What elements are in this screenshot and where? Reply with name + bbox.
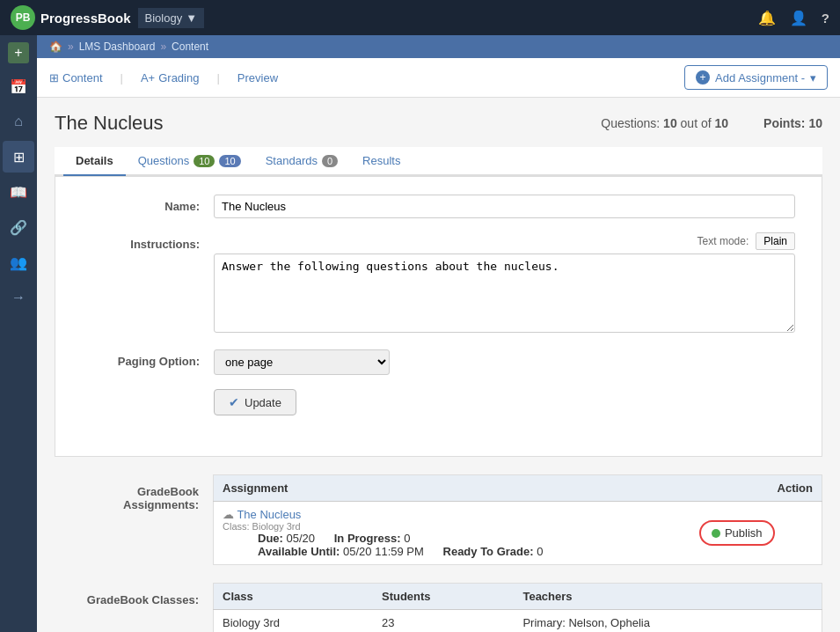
nav-left: PB ProgressBook Biology ▼ <box>11 5 204 30</box>
name-row: Name: <box>82 195 795 218</box>
tab-content[interactable]: ⊞ Content <box>49 68 103 88</box>
help-icon[interactable]: ? <box>822 11 829 26</box>
update-label-spacer <box>82 389 214 394</box>
in-progress-value: 0 <box>404 532 410 545</box>
breadcrumb: 🏠 » LMS Dashboard » Content <box>37 35 840 58</box>
notifications-icon[interactable]: 🔔 <box>758 10 776 26</box>
logo: PB ProgressBook <box>11 5 131 30</box>
badge-questions-count1: 10 <box>194 155 215 167</box>
name-input[interactable] <box>214 195 795 218</box>
text-mode-label: Text mode: <box>698 235 749 247</box>
instructions-textarea[interactable]: Answer the following questions about the… <box>214 254 795 333</box>
update-btn-label: Update <box>245 396 281 409</box>
tab-questions-label: Questions <box>138 154 190 167</box>
badge-standards-count: 0 <box>322 155 338 167</box>
tab-preview[interactable]: Preview <box>237 68 278 88</box>
sidebar-item-calendar[interactable]: 📅 <box>3 70 34 102</box>
ready-label: Ready To Grade: <box>443 545 537 558</box>
sidebar-item-links[interactable]: 🔗 <box>3 211 34 243</box>
points-label: Points: <box>763 116 805 130</box>
due-label: Due: <box>258 532 287 545</box>
gradebook-classes-table-wrap: Class Students Teachers Biology 3rd 23 P… <box>213 583 822 632</box>
plus-circle-icon: + <box>696 70 710 85</box>
breadcrumb-home-icon[interactable]: 🏠 <box>49 40 62 53</box>
col-assignment: Assignment <box>214 475 690 502</box>
tab-standards[interactable]: Standards 0 <box>253 147 350 176</box>
content-tab-icon: ⊞ <box>49 71 59 85</box>
col-students: Students <box>373 584 514 610</box>
toolbar: ⊞ Content | A+ Grading | Preview + Add A… <box>37 58 840 98</box>
in-progress-label: In Progress: <box>334 532 404 545</box>
assignment-cell: ☁ The Nucleus Class: Biology 3rd Due: 05… <box>214 502 690 565</box>
text-mode-plain-button[interactable]: Plain <box>756 232 795 250</box>
content-tab-label: Content <box>62 71 103 85</box>
gradebook-classes-label: GradeBook Classes: <box>55 583 213 632</box>
available-info: Available Until: 05/20 11:59 PM Ready To… <box>258 545 543 558</box>
cloud-icon: ☁ <box>223 508 237 521</box>
instructions-label: Instructions: <box>82 232 214 251</box>
paging-select[interactable]: one page one question per page <box>214 349 390 375</box>
sidebar-item-export[interactable]: → <box>3 282 34 313</box>
class-name: Biology 3rd <box>214 610 373 633</box>
user-icon[interactable]: 👤 <box>790 10 807 26</box>
subject-dropdown[interactable]: Biology ▼ <box>138 8 205 28</box>
update-row: ✔ Update <box>82 389 795 415</box>
page-meta: Questions: 10 out of 10 Points: 10 <box>601 116 822 130</box>
questions-value: 10 <box>663 116 677 130</box>
sidebar-item-dashboard[interactable]: ⊞ <box>3 141 34 173</box>
tab-details-label: Details <box>76 154 113 167</box>
col-teachers: Teachers <box>514 584 822 610</box>
sidebar-add-button[interactable]: + <box>8 42 29 63</box>
content-tabs: Details Questions 10 10 Standards 0 Resu… <box>55 147 822 176</box>
gradebook-assignments-table-wrap: Assignment Action ☁ The Nu <box>213 474 822 565</box>
sidebar-item-book[interactable]: 📖 <box>3 176 34 208</box>
sidebar-item-home[interactable]: ⌂ <box>3 106 34 137</box>
tab-details[interactable]: Details <box>63 147 126 176</box>
tab-questions[interactable]: Questions 10 10 <box>126 147 253 176</box>
instructions-row: Instructions: Text mode: Plain Answer th… <box>82 232 795 335</box>
add-assignment-dropdown-icon: ▾ <box>810 71 816 85</box>
table-row: Biology 3rd 23 Primary: Nelson, Ophelia <box>214 610 822 633</box>
toolbar-sep2: | <box>216 71 219 85</box>
instructions-wrapper: Text mode: Plain Answer the following qu… <box>214 232 795 335</box>
publish-label: Publish <box>725 526 763 540</box>
name-field-wrapper <box>214 195 795 218</box>
publish-button[interactable]: Publish <box>699 520 775 546</box>
update-button[interactable]: ✔ Update <box>214 389 296 415</box>
questions-out-of: out of <box>681 116 712 130</box>
publish-dot-icon <box>712 529 720 538</box>
available-label: Available Until: <box>258 545 343 558</box>
paging-row: Paging Option: one page one question per… <box>82 349 795 375</box>
gradebook-classes-section: GradeBook Classes: Class Students Teache… <box>55 583 822 632</box>
action-cell: Publish <box>690 502 822 565</box>
paging-label: Paging Option: <box>82 349 214 368</box>
add-assignment-label: Add Assignment - <box>715 71 805 85</box>
subject-label: Biology <box>145 11 183 25</box>
preview-tab-label: Preview <box>237 71 278 85</box>
due-info: Due: 05/20 In Progress: 0 <box>258 532 410 545</box>
add-assignment-button[interactable]: + Add Assignment - ▾ <box>684 65 828 90</box>
assignment-link[interactable]: The Nucleus <box>237 508 301 521</box>
badge-questions-count2: 10 <box>219 155 240 167</box>
questions-total: 10 <box>715 116 729 130</box>
breadcrumb-current: Content <box>172 40 208 53</box>
tab-standards-label: Standards <box>266 154 318 167</box>
grading-tab-label: Grading <box>158 71 199 85</box>
grading-tab-icon: A+ <box>141 71 155 85</box>
students-count: 23 <box>373 610 514 633</box>
tab-grading[interactable]: A+ Grading <box>141 68 200 88</box>
col-class: Class <box>214 584 373 610</box>
check-icon: ✔ <box>229 395 239 409</box>
top-navigation: PB ProgressBook Biology ▼ 🔔 👤 ? <box>0 0 840 35</box>
teacher-name: Primary: Nelson, Ophelia <box>514 610 822 633</box>
assignment-name-row: ☁ The Nucleus <box>223 508 682 521</box>
sidebar-item-people[interactable]: 👥 <box>3 246 34 278</box>
content-area: The Nucleus Questions: 10 out of 10 Poin… <box>37 98 840 632</box>
paging-control: one page one question per page <box>214 349 795 375</box>
tab-results-label: Results <box>362 154 400 167</box>
breadcrumb-sep2: » <box>160 40 166 53</box>
page-title-row: The Nucleus Questions: 10 out of 10 Poin… <box>55 112 822 135</box>
breadcrumb-lms-link[interactable]: LMS Dashboard <box>79 40 156 53</box>
points-info: Points: 10 <box>763 116 822 130</box>
tab-results[interactable]: Results <box>350 147 413 176</box>
